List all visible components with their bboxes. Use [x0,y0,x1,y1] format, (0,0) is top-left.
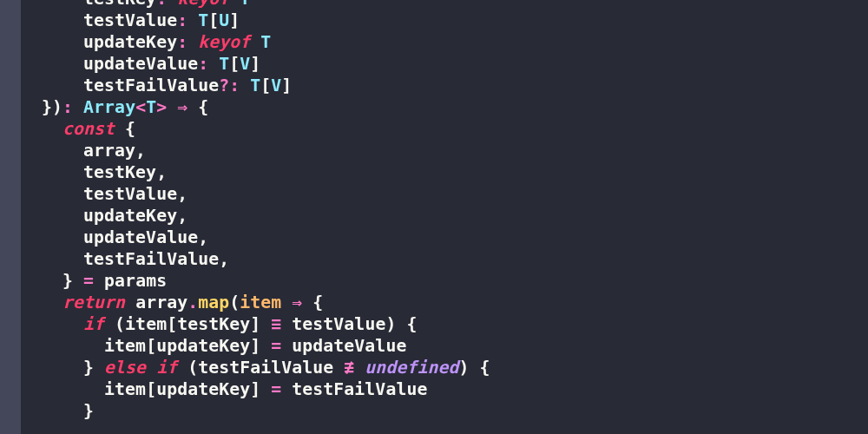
token-fg [167,97,177,117]
code-line: } = params [21,270,490,292]
token-fg [281,314,292,334]
token-ident: testKey [83,0,156,9]
code-line: } [21,400,490,422]
token-br: ) [385,314,396,334]
token-ident: params [94,271,167,291]
token-ident: testValue [83,184,177,204]
token-fg [281,336,292,356]
token-ident: updateKey [156,379,250,399]
token-br: ] [250,314,260,334]
token-op: : [198,54,219,74]
code-line: } else if (testFailValue ≢ undefined) { [21,357,490,378]
token-undef: undefined [365,358,458,378]
token-ident: updateValue [83,54,198,74]
token-fg [469,358,479,378]
token-ident: testValue [83,10,177,30]
token-type: Array [83,97,135,117]
token-op: > [156,97,167,117]
token-fn: map [198,293,229,312]
token-kw: keyof [198,32,260,52]
token-op: ≡ [271,314,281,334]
token-type: U [219,10,229,30]
code-line: testFailValue?: T[V] [21,75,490,96]
token-type: T [250,76,260,95]
code-line: array, [21,140,490,161]
code-block: testKey: keyof T testValue: T[U] updateK… [21,0,490,422]
token-ident: updateKey [83,206,177,226]
token-ident: item [104,379,146,399]
code-line: }): Array<T> ⇒ { [21,96,490,118]
token-br: ( [115,314,125,334]
code-line: return array.map(item ⇒ { [21,292,490,313]
token-br: [ [229,54,240,74]
token-type: V [240,54,250,74]
token-op: = [271,336,281,356]
token-op: < [135,97,146,117]
token-ident: testKey [83,162,156,182]
code-line: testValue: T[U] [21,10,490,31]
token-br: ] [250,336,260,356]
token-fg [260,379,271,399]
token-ident: updateKey [83,32,177,52]
token-ident: testValue [292,314,385,334]
token-op: ?: [219,76,250,95]
code-line: updateKey: keyof T [21,31,490,53]
token-ident: testFailValue [83,249,219,269]
token-ident: testFailValue [198,358,333,378]
token-punc: , [177,206,187,226]
token-ident: updateValue [83,227,198,247]
token-punc: , [156,162,167,182]
token-br: } [83,358,104,378]
code-line: if (item[testKey] ≡ testValue) { [21,313,490,335]
token-br: { [312,293,323,312]
token-ident: testFailValue [83,76,219,95]
token-br: { [198,97,208,117]
token-ident: item [125,314,167,334]
code-line: testValue, [21,183,490,205]
token-kw: return [62,293,135,312]
token-ident: testFailValue [292,379,427,399]
token-op: : [62,97,83,117]
token-op: : [177,32,198,52]
token-punc: , [198,227,208,247]
token-br: ) [52,97,62,117]
token-fg [354,358,365,378]
token-br: ] [250,379,260,399]
token-br: ] [281,76,292,95]
token-kw: const [62,119,125,139]
token-fg [396,314,406,334]
token-ident: array [83,141,135,161]
code-line: testFailValue, [21,248,490,270]
code-line: testKey: keyof T [21,0,490,10]
token-fg [281,379,292,399]
token-fg [302,293,312,312]
token-br: ] [250,54,260,74]
token-ident: array [135,293,187,312]
token-br: [ [146,379,156,399]
editor-gutter [0,0,21,434]
token-fg [187,97,198,117]
token-br: [ [146,336,156,356]
code-line: updateValue, [21,227,490,248]
token-type: T [260,32,271,52]
token-type: T [240,0,250,9]
token-ident: updateValue [292,336,406,356]
token-ident: testKey [177,314,250,334]
token-op: ⇒ [292,293,302,312]
token-punc: , [219,249,229,269]
token-type: T [146,97,156,117]
code-line: updateValue: T[V] [21,53,490,75]
token-br: [ [167,314,177,334]
token-br: ) [458,358,469,378]
token-br: { [479,358,490,378]
token-br: { [125,119,135,139]
token-br: } [62,271,83,291]
code-line: testKey, [21,161,490,183]
token-kw: keyof [177,0,240,9]
code-line: const { [21,118,490,140]
token-param: item [240,293,292,312]
token-fg [260,336,271,356]
token-op: : [156,0,177,9]
token-op: : [177,10,198,30]
code-line: item[updateKey] = testFailValue [21,378,490,400]
